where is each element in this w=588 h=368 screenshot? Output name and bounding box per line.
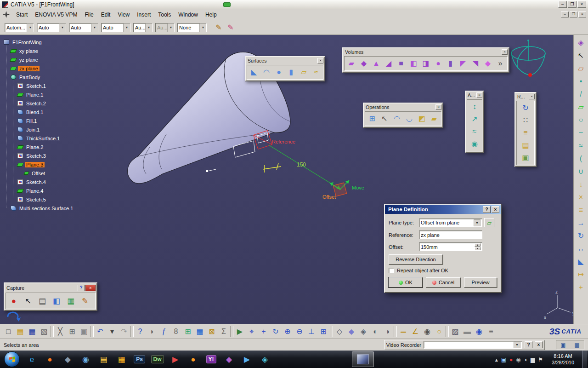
help-icon[interactable]: ? <box>483 206 491 213</box>
toolbar-separator[interactable] <box>446 326 449 337</box>
hidden-line-view-icon[interactable]: ◈ <box>358 326 369 337</box>
offset-surface-icon[interactable]: ▱ <box>298 67 309 78</box>
redo-icon[interactable]: ↷ <box>119 326 130 337</box>
tree-item-yz-plane[interactable]: yz plane <box>1 55 116 64</box>
swap-space-icon[interactable]: ◑ <box>382 326 393 337</box>
sew-surface-icon[interactable]: ◨ <box>420 58 431 69</box>
corner-icon[interactable]: ( <box>576 153 587 164</box>
analysis-toolbar[interactable]: A... × ↕ ↗ ≈ ◉ <box>465 91 484 153</box>
reverse-direction-button[interactable]: Reverse Direction <box>389 254 443 264</box>
dropdown-arrow-icon[interactable]: ▼ <box>474 219 481 226</box>
wireframe-view-icon[interactable]: ◇ <box>334 326 345 337</box>
toolbar-separator[interactable] <box>330 326 333 337</box>
grid-icon[interactable]: ▦ <box>574 342 579 348</box>
compass[interactable] <box>511 40 545 75</box>
close-icon[interactable]: × <box>492 206 499 213</box>
undo-list-icon[interactable]: ▾ <box>107 326 118 337</box>
design-table-icon[interactable]: ⊞ <box>182 326 193 337</box>
close-icon[interactable]: × <box>476 92 482 98</box>
surfaces-toolbar[interactable]: Surfaces × ◣ ◠ ● ▮ ▱ ≈ <box>245 56 325 81</box>
tree-item-plane3[interactable]: Plane.3 <box>1 160 116 169</box>
planes-between-icon[interactable]: ≡ <box>520 127 531 138</box>
media-player-icon[interactable]: ▶ <box>166 351 184 368</box>
graphic-combo-5[interactable]: Au... ▼ <box>133 23 153 32</box>
dropdown-arrow-icon[interactable]: ▼ <box>514 341 520 348</box>
rotate-view-icon[interactable]: ↻ <box>270 326 281 337</box>
menu-file[interactable]: File <box>81 10 97 20</box>
tree-item-sketch3[interactable]: Sketch.3 <box>1 151 116 160</box>
hide-show-icon[interactable]: ◐ <box>370 326 381 337</box>
scaling-icon[interactable]: ◣ <box>576 256 587 267</box>
plane-type-combo[interactable]: Offset from plane ▼ <box>419 218 482 227</box>
depth-effect-icon[interactable]: ▨ <box>450 326 461 337</box>
tree-item-plane4[interactable]: Plane.4 <box>1 186 116 195</box>
ground-icon[interactable]: ▬ <box>462 326 473 337</box>
tray-show-hidden-icon[interactable]: ▴ <box>495 355 498 363</box>
shading-view-icon[interactable]: ◆ <box>346 326 357 337</box>
close-icon[interactable]: × <box>85 285 96 291</box>
select-icon[interactable]: ↖ <box>576 50 587 61</box>
volume-sweep-icon[interactable]: ◢ <box>383 58 394 69</box>
toolbar-separator[interactable] <box>90 326 94 337</box>
plane-helper-icon[interactable]: ▱ <box>484 218 494 227</box>
thickness-icon[interactable]: ◆ <box>482 58 493 69</box>
healing-icon[interactable]: ↖ <box>379 113 390 124</box>
offset-manipulator[interactable] <box>263 163 281 172</box>
tree-item-plane1[interactable]: Plane.1 <box>1 90 116 99</box>
toolbar-separator[interactable] <box>230 326 233 337</box>
close-button[interactable]: × <box>577 1 586 8</box>
copy-icon[interactable]: ⊞ <box>67 326 78 337</box>
exponent-icon[interactable]: 8 <box>170 326 181 337</box>
axis-system-icon[interactable]: + <box>576 282 587 293</box>
record-icon[interactable]: ● <box>7 294 20 307</box>
graphic-combo-color[interactable]: Autom... ▼ <box>5 23 34 32</box>
capture-toolbar[interactable]: Capture ? × ● ↖ ▤ ◧ ▦ ✎ <box>4 282 97 311</box>
dropdown-arrow-icon[interactable]: ▼ <box>91 23 98 32</box>
extrapolate-icon[interactable]: ↦ <box>576 269 587 280</box>
pan-icon[interactable]: + <box>258 326 269 337</box>
tree-item-sketch5[interactable]: Sketch.5 <box>1 195 116 204</box>
teal-app-icon[interactable]: ◈ <box>256 351 274 368</box>
menu-edit[interactable]: Edit <box>97 10 114 20</box>
menu-enovia[interactable]: ENOVIA V5 VPM <box>31 10 81 20</box>
new-file-icon[interactable]: □ <box>3 326 14 337</box>
surfaces-toolbar-titlebar[interactable]: Surfaces × <box>246 57 324 64</box>
orange-ball-icon[interactable]: ● <box>184 351 202 368</box>
close-icon[interactable]: × <box>502 49 508 55</box>
curvature-analysis-icon[interactable]: ↗ <box>469 114 480 125</box>
offset-curve-icon[interactable]: ≡ <box>576 205 587 216</box>
blue-player-icon[interactable]: ▶ <box>238 351 256 368</box>
toolbar-separator[interactable] <box>51 326 54 337</box>
firefox-icon[interactable]: ● <box>41 351 59 368</box>
tree-item-blend1[interactable]: Blend.1 <box>1 108 116 116</box>
open-icon[interactable]: ▤ <box>15 326 26 337</box>
help-icon[interactable]: ? <box>78 285 85 291</box>
video-recorder-panel[interactable]: Video Recorder ▼ ? × <box>384 340 545 350</box>
light-icon[interactable]: ○ <box>434 326 445 337</box>
shell-icon[interactable]: ◥ <box>470 58 481 69</box>
spline-icon[interactable]: ~ <box>576 127 587 138</box>
split-icon[interactable]: ◩ <box>416 113 427 124</box>
projection-icon[interactable]: ↓ <box>576 179 587 190</box>
close-icon[interactable]: × <box>535 341 543 348</box>
annotate-icon[interactable]: ✎ <box>79 294 91 307</box>
toolbar-separator[interactable] <box>130 326 134 337</box>
menu-view[interactable]: View <box>114 10 133 20</box>
dropdown-arrow-icon[interactable]: ▼ <box>167 23 174 32</box>
tray-action-center-icon[interactable]: ⚑ <box>538 355 543 363</box>
dropdown-arrow-icon[interactable]: ▼ <box>27 23 34 32</box>
close-icon[interactable]: × <box>529 94 535 99</box>
connect-curve-icon[interactable]: ∪ <box>576 166 587 177</box>
lock-icon[interactable]: ⊠ <box>206 326 217 337</box>
point-icon[interactable]: • <box>576 76 587 87</box>
volume-extrude-icon[interactable]: ▰ <box>346 58 357 69</box>
cut-icon[interactable]: ╳ <box>55 326 66 337</box>
toolbar-separator[interactable] <box>394 326 397 337</box>
sphere-icon[interactable]: ● <box>273 67 284 78</box>
photoshop-icon[interactable]: Ps <box>130 351 148 368</box>
explorer-folder-icon[interactable]: ▤ <box>95 351 113 368</box>
distance-analysis-icon[interactable]: ↕ <box>469 101 480 112</box>
close-surface-icon[interactable]: ◧ <box>408 58 419 69</box>
knowledge-icon[interactable]: Σ <box>218 326 229 337</box>
zoom-out-icon[interactable]: ⊖ <box>294 326 305 337</box>
